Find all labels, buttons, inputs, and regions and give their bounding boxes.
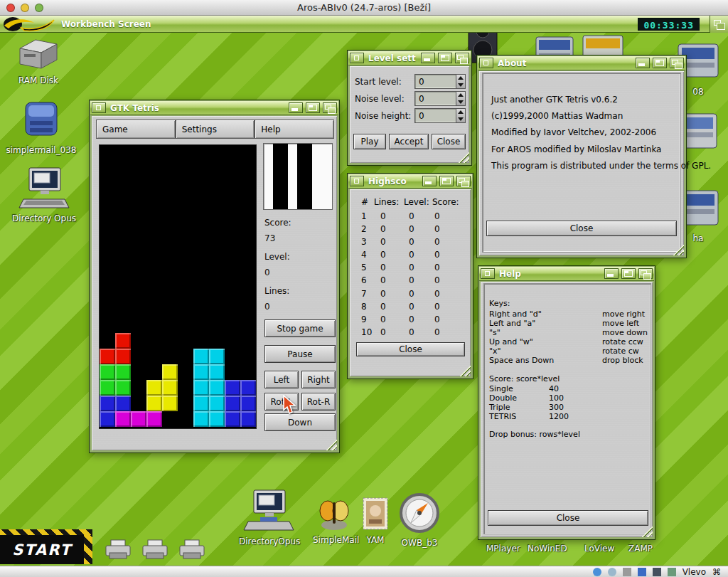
highscore-cell: 0 bbox=[434, 289, 440, 299]
spin-down-icon[interactable] bbox=[458, 117, 464, 121]
dock-label-zamp[interactable]: ZAMP bbox=[628, 544, 653, 554]
resize-gadget[interactable] bbox=[460, 366, 471, 376]
stop-game-button[interactable]: Stop game bbox=[264, 319, 336, 337]
desktop-icon-directory-opus[interactable]: Directory Opus bbox=[7, 166, 81, 223]
desktop-icon-ram-disk[interactable]: RAM Disk bbox=[9, 37, 68, 85]
close-button[interactable]: Close bbox=[356, 342, 465, 356]
spin-up-icon[interactable] bbox=[458, 76, 464, 80]
close-gadget[interactable] bbox=[92, 102, 106, 113]
close-gadget[interactable] bbox=[350, 176, 364, 186]
zoom-gadget[interactable] bbox=[621, 268, 636, 279]
close-button[interactable]: Close bbox=[488, 510, 648, 526]
resize-gadget[interactable] bbox=[642, 526, 653, 537]
keyboard-icon[interactable] bbox=[638, 568, 646, 576]
dock-icon-owb[interactable]: OWB_b3 bbox=[397, 492, 442, 548]
level-settings-titlebar[interactable]: Level sett bbox=[348, 51, 471, 65]
display-icon[interactable] bbox=[653, 568, 661, 576]
spin-up-icon[interactable] bbox=[458, 93, 464, 97]
highscore-cell: 5 bbox=[361, 263, 367, 272]
tetris-cell bbox=[225, 239, 240, 255]
spinner-input[interactable]: 0 bbox=[414, 74, 466, 89]
start-button[interactable]: START bbox=[0, 535, 84, 564]
dock-label-loview[interactable]: LoView bbox=[584, 544, 614, 554]
depth-gadget[interactable] bbox=[455, 53, 469, 63]
level-field-row: Noise level:0 bbox=[355, 91, 467, 106]
about-titlebar[interactable]: About bbox=[478, 56, 685, 70]
spin-up-icon[interactable] bbox=[458, 110, 464, 114]
input-menu-icon[interactable] bbox=[668, 568, 676, 576]
left-button[interactable]: Left bbox=[264, 371, 299, 388]
dock-icon-simplemail[interactable]: SimpleMail bbox=[313, 498, 355, 545]
input-source-label[interactable]: Vlevo bbox=[682, 567, 706, 577]
screen-depth-gadget[interactable] bbox=[710, 16, 728, 33]
menu-game[interactable]: Game bbox=[96, 120, 176, 139]
zoom-gadget[interactable] bbox=[306, 102, 320, 113]
iconify-gadget[interactable] bbox=[422, 176, 437, 186]
dock-label-mplayer[interactable]: MPlayer bbox=[486, 544, 520, 554]
right-button[interactable]: Right bbox=[301, 371, 336, 388]
lines-label: Lines: bbox=[264, 286, 289, 296]
iconify-gadget[interactable] bbox=[604, 268, 619, 279]
close-window-icon[interactable] bbox=[6, 4, 15, 12]
help-window: Help Keys: Right and "d"move rightLeft a… bbox=[478, 265, 655, 540]
play-button[interactable]: Play bbox=[353, 134, 386, 149]
resize-gadget[interactable] bbox=[326, 440, 337, 450]
globe-icon[interactable] bbox=[593, 568, 601, 576]
pencil-icon[interactable] bbox=[623, 568, 631, 576]
tetris-titlebar[interactable]: GTK Tetris bbox=[90, 101, 338, 115]
iconify-gadget[interactable] bbox=[289, 102, 303, 113]
accept-button[interactable]: Accept bbox=[389, 134, 429, 149]
dock-icon-directoryopus[interactable]: DirectoryOpus bbox=[239, 488, 299, 546]
depth-gadget[interactable] bbox=[456, 176, 471, 186]
tetris-cell bbox=[162, 317, 178, 333]
spinner-input[interactable]: 0 bbox=[414, 91, 466, 106]
iconify-gadget[interactable] bbox=[636, 58, 650, 68]
spin-down-icon[interactable] bbox=[458, 83, 464, 87]
dock-icon-printer-2[interactable] bbox=[141, 539, 169, 563]
close-gadget[interactable] bbox=[350, 53, 364, 63]
dock-label-nowined[interactable]: NoWinED bbox=[528, 544, 567, 554]
dock-icon-yam[interactable]: YAM bbox=[360, 497, 391, 545]
iconify-gadget[interactable] bbox=[421, 53, 435, 63]
zoom-gadget[interactable] bbox=[439, 176, 454, 186]
highscore-cell: 9 bbox=[361, 314, 367, 324]
close-gadget[interactable] bbox=[479, 58, 493, 68]
help-titlebar[interactable]: Help bbox=[479, 267, 654, 281]
resize-gadget[interactable] bbox=[459, 152, 469, 163]
host-titlebar[interactable]: Aros-ABIv0 (24.7-aros) [Beží] bbox=[0, 0, 728, 16]
close-gadget[interactable] bbox=[481, 268, 495, 279]
desktop-icon-simplermail[interactable]: simplermail_038 bbox=[4, 97, 78, 155]
zoom-window-icon[interactable] bbox=[35, 4, 43, 12]
tetris-cell bbox=[193, 161, 209, 176]
tetris-cell bbox=[225, 317, 240, 333]
close-button[interactable]: Close bbox=[432, 134, 466, 149]
spinner-input[interactable]: 0 bbox=[414, 108, 466, 123]
workbench-titlebar[interactable]: Workbench Screen 00:33:33 bbox=[0, 16, 728, 33]
column-score: Score: bbox=[432, 197, 459, 207]
spinner-arrows[interactable] bbox=[456, 75, 465, 88]
tetris-cell bbox=[146, 223, 162, 239]
depth-gadget[interactable] bbox=[638, 268, 653, 279]
depth-gadget[interactable] bbox=[323, 102, 337, 113]
dock-icon-printer-3[interactable] bbox=[178, 539, 206, 563]
clock-icon[interactable] bbox=[608, 568, 616, 576]
dock-icon-printer-1[interactable] bbox=[104, 539, 132, 563]
minimize-window-icon[interactable] bbox=[21, 4, 29, 12]
tetris-cell bbox=[240, 333, 256, 349]
tetris-cell bbox=[225, 161, 240, 176]
depth-gadget[interactable] bbox=[670, 58, 684, 68]
zoom-gadget[interactable] bbox=[653, 58, 667, 68]
menu-settings[interactable]: Settings bbox=[176, 120, 255, 139]
spinner-arrows[interactable] bbox=[456, 92, 465, 105]
pause-button[interactable]: Pause bbox=[264, 345, 336, 363]
spin-down-icon[interactable] bbox=[458, 100, 464, 104]
spinner-arrows[interactable] bbox=[456, 109, 465, 122]
rotate-right-button[interactable]: Rot-R bbox=[301, 393, 336, 411]
zoom-gadget[interactable] bbox=[438, 53, 452, 63]
down-button[interactable]: Down bbox=[264, 413, 336, 431]
menu-help[interactable]: Help bbox=[255, 120, 334, 139]
tetris-cell bbox=[131, 302, 146, 317]
resize-gadget[interactable] bbox=[673, 245, 684, 255]
highscore-titlebar[interactable]: Highsco bbox=[348, 174, 472, 189]
close-button[interactable]: Close bbox=[486, 221, 677, 236]
